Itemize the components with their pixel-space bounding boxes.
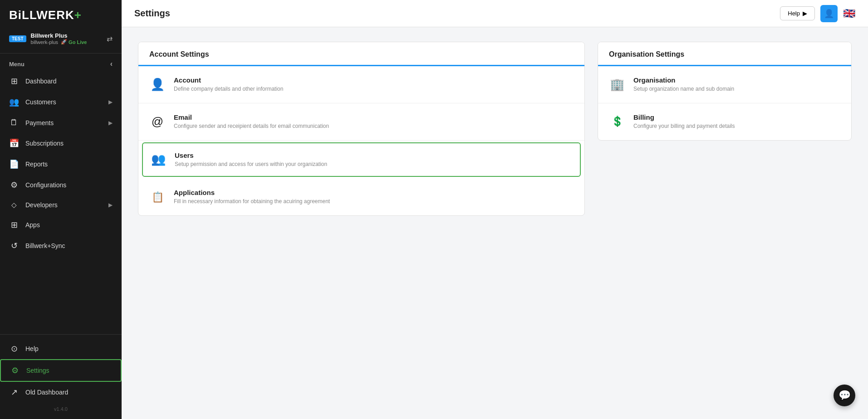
page-title: Settings — [134, 8, 775, 19]
users-item-content: Users Setup permission and access for us… — [175, 151, 327, 168]
developers-label: Developers — [25, 201, 58, 209]
applications-icon: 📋 — [149, 191, 166, 203]
sidebar-item-reports[interactable]: 📄 Reports — [0, 154, 122, 175]
swap-icon[interactable]: ⇄ — [107, 34, 113, 43]
sidebar-item-payments[interactable]: 🗒 Payments ▶ — [0, 112, 122, 133]
applications-item-content: Applications Fill in necessary informati… — [174, 189, 330, 205]
nav-list: ⊞ Dashboard 👥 Customers ▶ 🗒 Payments ▶ 📅… — [0, 71, 122, 256]
payments-label: Payments — [25, 119, 54, 127]
sidebar-item-subscriptions[interactable]: 📅 Subscriptions — [0, 133, 122, 154]
chat-bubble[interactable]: 💬 — [834, 385, 855, 406]
test-badge: TEST — [9, 35, 26, 42]
sidebar-item-old-dashboard[interactable]: ↗ Old Dashboard — [0, 382, 122, 403]
settings-item-users[interactable]: 👥 Users Setup permission and access for … — [142, 142, 581, 177]
sidebar-item-help[interactable]: ⊙ Help — [0, 338, 122, 359]
collapse-icon[interactable]: ‹ — [110, 60, 113, 68]
main-content: Settings Help ▶ 👤 🇬🇧 Account Settings 👤 … — [122, 0, 868, 419]
payments-icon: 🗒 — [9, 118, 19, 127]
customers-icon: 👥 — [9, 97, 19, 107]
language-flag[interactable]: 🇬🇧 — [843, 8, 855, 19]
logo-text: BiLLWERK+ — [9, 8, 82, 22]
help-label: Help — [25, 345, 39, 352]
sidebar-item-billwerksync[interactable]: ↺ Billwerk+Sync — [0, 235, 122, 256]
organisation-item-content: Organisation Setup organization name and… — [633, 76, 734, 93]
apps-icon: ⊞ — [9, 220, 19, 230]
sidebar-item-developers[interactable]: ◇ Developers ▶ — [0, 195, 122, 214]
help-arrow-icon: ▶ — [803, 10, 807, 17]
reports-label: Reports — [25, 161, 48, 168]
sidebar: BiLLWERK+ TEST Billwerk Plus billwerk-pl… — [0, 0, 122, 419]
organisation-settings-card: Organisation Settings 🏢 Organisation Set… — [598, 42, 852, 141]
account-name: Billwerk Plus — [31, 32, 68, 39]
organisation-item-desc: Setup organization name and sub domain — [633, 85, 734, 93]
settings-item-applications[interactable]: 📋 Applications Fill in necessary informa… — [138, 179, 584, 215]
billing-item-title: Billing — [633, 113, 735, 121]
reports-icon: 📄 — [9, 159, 19, 169]
email-item-content: Email Configure sender and receipient de… — [174, 113, 329, 130]
old-dashboard-label: Old Dashboard — [25, 389, 68, 396]
sidebar-item-settings[interactable]: ⚙ Settings — [0, 359, 122, 382]
go-live-link[interactable]: 🚀 Go Live — [61, 39, 87, 45]
dashboard-label: Dashboard — [25, 78, 57, 85]
organisation-icon: 🏢 — [609, 78, 625, 92]
settings-item-organisation[interactable]: 🏢 Organisation Setup organization name a… — [598, 66, 851, 103]
account-icon: 👤 — [149, 78, 166, 92]
organisation-item-title: Organisation — [633, 76, 734, 84]
billing-item-desc: Configure your billing and payment detai… — [633, 122, 735, 130]
help-button[interactable]: Help ▶ — [780, 6, 815, 20]
applications-item-desc: Fill in necessary information for obtain… — [174, 198, 330, 205]
content-area: Account Settings 👤 Account Define compan… — [122, 27, 868, 419]
account-settings-title: Account Settings — [138, 42, 584, 66]
organisation-settings-title: Organisation Settings — [598, 42, 851, 66]
account-item-content: Account Define company details and other… — [174, 76, 283, 93]
billing-icon: 💲 — [609, 116, 625, 127]
sidebar-item-customers[interactable]: 👥 Customers ▶ — [0, 92, 122, 112]
menu-label: Menu ‹ — [0, 55, 122, 71]
account-settings-card: Account Settings 👤 Account Define compan… — [138, 42, 585, 216]
payments-arrow: ▶ — [108, 120, 113, 126]
sync-label: Billwerk+Sync — [25, 242, 65, 249]
sidebar-bottom: ⊙ Help ⚙ Settings ↗ Old Dashboard v1.4.0 — [0, 332, 122, 419]
billing-item-content: Billing Configure your billing and payme… — [633, 113, 735, 130]
email-item-desc: Configure sender and receipient details … — [174, 122, 329, 130]
customers-arrow: ▶ — [108, 99, 113, 105]
email-item-title: Email — [174, 113, 329, 121]
old-dashboard-icon: ↗ — [9, 387, 19, 397]
chat-icon: 💬 — [839, 390, 851, 401]
user-icon: 👤 — [824, 9, 834, 19]
settings-item-account[interactable]: 👤 Account Define company details and oth… — [138, 66, 584, 103]
users-icon: 👥 — [150, 152, 167, 166]
email-icon: @ — [149, 115, 166, 129]
users-item-desc: Setup permission and access for users wi… — [175, 161, 327, 168]
settings-item-email[interactable]: @ Email Configure sender and receipient … — [138, 103, 584, 141]
applications-item-title: Applications — [174, 189, 330, 196]
topbar: Settings Help ▶ 👤 🇬🇧 — [122, 0, 868, 27]
version-label: v1.4.0 — [0, 403, 122, 415]
logo-area: BiLLWERK+ — [0, 0, 122, 29]
configurations-label: Configurations — [25, 181, 66, 189]
subscriptions-icon: 📅 — [9, 138, 19, 148]
developers-arrow: ▶ — [108, 202, 113, 208]
help-icon: ⊙ — [9, 344, 19, 354]
account-item-desc: Define company details and other informa… — [174, 85, 283, 93]
account-subdomain: billwerk-plus — [31, 39, 59, 45]
configurations-icon: ⚙ — [9, 180, 19, 190]
developers-icon: ◇ — [9, 201, 19, 209]
settings-icon: ⚙ — [10, 365, 20, 375]
customers-label: Customers — [25, 98, 56, 106]
sidebar-item-apps[interactable]: ⊞ Apps — [0, 214, 122, 235]
dashboard-icon: ⊞ — [9, 76, 19, 86]
apps-label: Apps — [25, 221, 40, 229]
sidebar-item-configurations[interactable]: ⚙ Configurations — [0, 175, 122, 195]
sidebar-item-dashboard[interactable]: ⊞ Dashboard — [0, 71, 122, 92]
subscriptions-label: Subscriptions — [25, 140, 64, 147]
user-button[interactable]: 👤 — [820, 5, 838, 22]
sync-icon: ↺ — [9, 241, 19, 251]
users-item-title: Users — [175, 151, 327, 159]
account-info: Billwerk Plus billwerk-plus 🚀 Go Live — [31, 32, 87, 45]
settings-label: Settings — [26, 367, 49, 374]
settings-item-billing[interactable]: 💲 Billing Configure your billing and pay… — [598, 103, 851, 140]
account-area: TEST Billwerk Plus billwerk-plus 🚀 Go Li… — [0, 29, 122, 51]
account-item-title: Account — [174, 76, 283, 84]
